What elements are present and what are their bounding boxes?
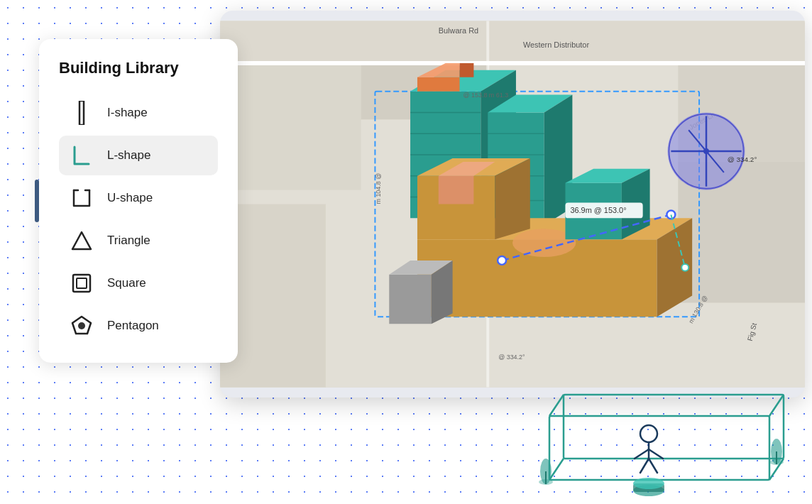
svg-line-70 bbox=[549, 395, 564, 416]
measurement-text: 36.9m @ 153.0° bbox=[570, 206, 626, 214]
triangle-icon bbox=[69, 228, 94, 253]
svg-line-83 bbox=[649, 449, 663, 459]
triangle-label: Triangle bbox=[107, 234, 150, 248]
l-shape-label: L-shape bbox=[107, 148, 150, 163]
svg-point-45 bbox=[498, 256, 506, 265]
pentagon-label: Pentagon bbox=[107, 319, 159, 333]
svg-line-85 bbox=[649, 459, 657, 473]
u-shape-icon bbox=[69, 185, 94, 211]
library-panel: Building Library I-shape L-shape bbox=[39, 39, 238, 363]
library-item-l-shape[interactable]: L-shape bbox=[59, 136, 218, 175]
svg-rect-3 bbox=[220, 63, 361, 190]
road-label-western: Western Distributor bbox=[523, 40, 590, 49]
svg-marker-21 bbox=[460, 63, 474, 77]
svg-line-84 bbox=[640, 459, 649, 473]
map-container[interactable]: Bulwara Rd Western Distributor Jones Ln bbox=[220, 11, 805, 398]
svg-rect-60 bbox=[79, 101, 84, 125]
library-item-i-shape[interactable]: I-shape bbox=[59, 93, 218, 133]
svg-rect-68 bbox=[549, 416, 769, 480]
l-shape-icon bbox=[69, 143, 94, 168]
panel-accent bbox=[35, 180, 39, 222]
library-item-pentagon[interactable]: Pentagon bbox=[59, 306, 218, 346]
i-shape-icon bbox=[69, 100, 94, 126]
degree-label: @ 334.2° bbox=[728, 155, 757, 163]
library-item-triangle[interactable]: Triangle bbox=[59, 221, 218, 261]
svg-line-82 bbox=[635, 449, 649, 459]
svg-text:m 104.8 @: m 104.8 @ bbox=[375, 173, 382, 204]
svg-point-80 bbox=[640, 425, 657, 442]
svg-rect-64 bbox=[73, 275, 90, 292]
library-title: Building Library bbox=[59, 59, 218, 77]
square-icon bbox=[69, 270, 94, 296]
svg-line-72 bbox=[549, 459, 564, 480]
svg-point-48 bbox=[681, 264, 688, 271]
square-label: Square bbox=[107, 276, 146, 290]
svg-text:@ 153.8 m 61.3: @ 153.8 m 61.3 bbox=[463, 92, 509, 99]
person-figure bbox=[635, 425, 663, 473]
library-item-square[interactable]: Square bbox=[59, 263, 218, 303]
svg-marker-38 bbox=[389, 275, 432, 324]
svg-marker-35 bbox=[439, 176, 474, 204]
svg-marker-63 bbox=[72, 232, 91, 249]
pentagon-icon bbox=[69, 313, 94, 339]
compass-circle bbox=[667, 112, 745, 190]
svg-point-55 bbox=[703, 148, 709, 154]
svg-point-88 bbox=[633, 478, 664, 489]
svg-rect-69 bbox=[564, 395, 784, 459]
svg-marker-19 bbox=[417, 77, 460, 92]
svg-line-71 bbox=[769, 395, 784, 416]
library-item-u-shape[interactable]: U-shape bbox=[59, 178, 218, 218]
bottom-illustration bbox=[493, 345, 812, 504]
road-label-bulwara: Bulwara Rd bbox=[439, 26, 478, 35]
svg-point-67 bbox=[78, 322, 85, 329]
svg-rect-65 bbox=[77, 278, 87, 288]
i-shape-label: I-shape bbox=[107, 106, 148, 120]
u-shape-label: U-shape bbox=[107, 191, 153, 205]
main-container: Bulwara Rd Western Distributor Jones Ln bbox=[0, 0, 812, 504]
